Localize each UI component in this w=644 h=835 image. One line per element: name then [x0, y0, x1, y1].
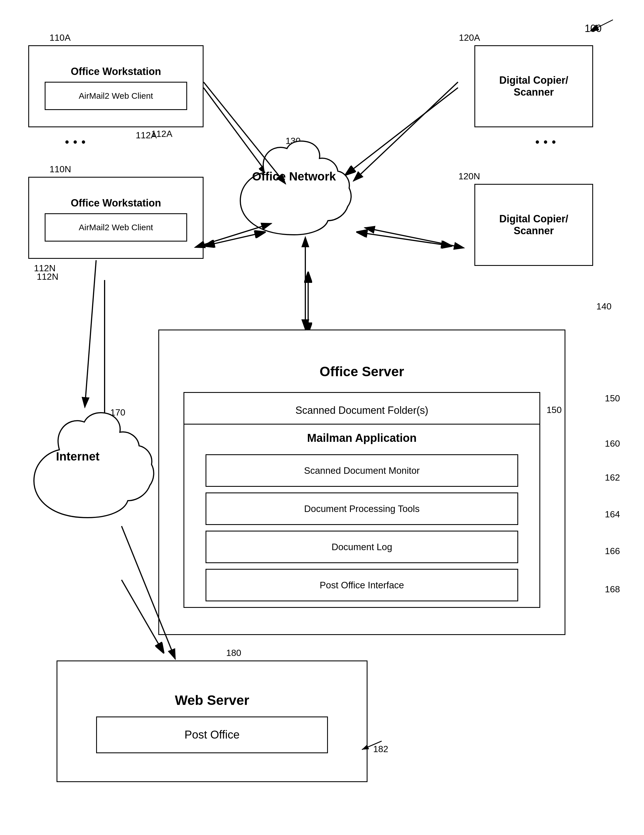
office-server-label: Office Server [315, 361, 409, 382]
svg-line-9 [122, 580, 164, 653]
office-server-box: Office Server Scanned Document Folder(s)… [158, 330, 565, 635]
ref-166-ext: 166 [605, 546, 620, 556]
office-network-cloud [223, 139, 365, 246]
scanned-folder-box: Scanned Document Folder(s) [183, 392, 540, 429]
workstation-a-label: Office Workstation [67, 63, 165, 80]
post-office-interface-label: Post Office Interface [315, 578, 408, 593]
svg-line-10 [590, 20, 613, 31]
copier-n-label: Digital Copier/ Scanner [475, 210, 592, 240]
web-server-box: Web Server Post Office [57, 661, 368, 782]
svg-line-20 [85, 260, 96, 407]
office-network-label: Office Network [246, 170, 342, 183]
dots-copiers: • • • [535, 136, 556, 148]
workstation-n-client-box: AirMail2 Web Client [45, 213, 187, 242]
post-office-box: Post Office [96, 716, 328, 753]
svg-line-18 [365, 228, 455, 246]
diagram: 100 110A Office Workstation AirMail2 Web… [0, 0, 644, 835]
ref-164-ext: 164 [605, 509, 620, 520]
internet-cloud [20, 407, 156, 526]
doc-processing-box: Document Processing Tools [206, 492, 518, 525]
ref-168-ext: 168 [605, 584, 620, 595]
copier-a-box: Digital Copier/ Scanner [474, 45, 593, 127]
doc-log-label: Document Log [328, 539, 397, 555]
dots-workstations: • • • [65, 136, 86, 148]
workstation-n-box: Office Workstation AirMail2 Web Client [28, 177, 204, 259]
post-office-label: Post Office [180, 726, 244, 743]
web-server-label: Web Server [170, 690, 253, 711]
ref-160-ext: 160 [605, 439, 620, 449]
label-112n-pos: 112N [37, 271, 58, 282]
scanned-folder-label: Scanned Document Folder(s) [291, 402, 433, 419]
label-112a-pos: 112A [151, 129, 172, 139]
ref-140: 140 [597, 301, 612, 312]
mailman-app-box: Mailman Application Scanned Document Mon… [183, 424, 540, 608]
ref-110a: 110A [49, 32, 71, 43]
workstation-a-client-label: AirMail2 Web Client [75, 89, 157, 103]
ref-180: 180 [226, 648, 241, 658]
ref-150: 150 [547, 405, 561, 415]
ref-120n: 120N [459, 171, 480, 182]
ref-110n: 110N [49, 164, 71, 174]
post-office-interface-box: Post Office Interface [206, 569, 518, 601]
ref-162-ext: 162 [605, 473, 620, 483]
workstation-a-box: Office Workstation AirMail2 Web Client [28, 45, 204, 127]
doc-log-box: Document Log [206, 531, 518, 563]
ref-182-arrow [359, 736, 393, 758]
svg-line-6 [356, 232, 452, 246]
internet-label: Internet [32, 450, 123, 463]
mailman-app-label: Mailman Application [303, 429, 421, 447]
svg-line-12 [362, 741, 382, 750]
ref-120a: 120A [459, 32, 480, 43]
workstation-n-client-label: AirMail2 Web Client [75, 220, 157, 234]
copier-a-label: Digital Copier/ Scanner [475, 71, 592, 101]
ref-100-arrow [587, 17, 616, 34]
doc-processing-label: Document Processing Tools [300, 501, 424, 517]
scanned-monitor-label: Scanned Document Monitor [300, 463, 424, 478]
scanned-monitor-box: Scanned Document Monitor [206, 454, 518, 487]
workstation-n-label: Office Workstation [67, 194, 165, 212]
workstation-a-client-box: AirMail2 Web Client [45, 82, 187, 110]
svg-line-17 [354, 82, 458, 181]
ref-150-ext: 150 [605, 393, 620, 404]
copier-n-box: Digital Copier/ Scanner [474, 184, 593, 266]
